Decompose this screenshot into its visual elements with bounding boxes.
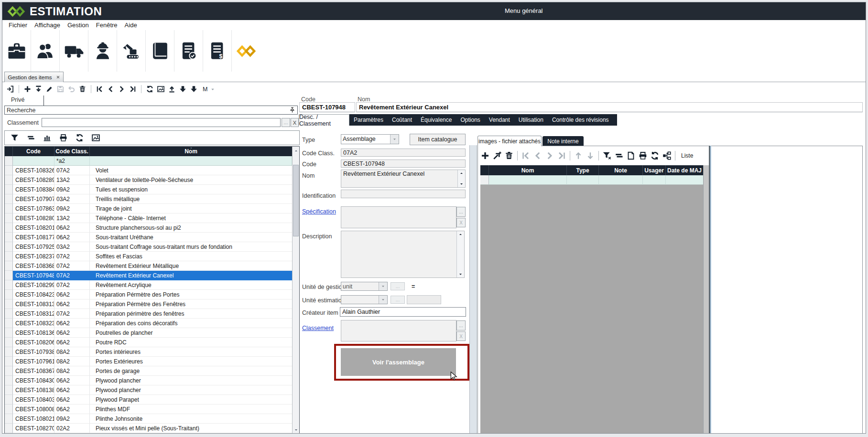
cell-code[interactable]: CBEST-108423 xyxy=(13,290,54,299)
tab-desc-classement[interactable]: Desc. / Classement xyxy=(299,114,349,126)
code-field[interactable]: CBEST-107948 xyxy=(341,160,466,168)
cell-code[interactable]: CBEST-107948 xyxy=(13,271,54,280)
cell-code[interactable]: CBEST-108177 xyxy=(13,233,54,242)
cell-nom[interactable]: Préparation Pérmètre des Fenêtres xyxy=(90,299,292,309)
refresh-icon[interactable] xyxy=(146,85,154,93)
tab-vendant[interactable]: Vendant xyxy=(485,117,514,123)
tab-equivalence[interactable]: Équivalence xyxy=(416,117,456,123)
classement-input[interactable] xyxy=(42,118,281,127)
scroll-up-icon[interactable] xyxy=(458,232,463,236)
header-code-class[interactable]: Code Class. xyxy=(54,147,90,156)
voir-assemblage-button[interactable]: Voir l'assemblage xyxy=(341,348,456,376)
print-icon[interactable] xyxy=(59,133,68,142)
module-soumission-button[interactable] xyxy=(174,30,203,72)
cell-nom[interactable]: Portes de garage xyxy=(90,366,292,376)
filter-icon[interactable] xyxy=(602,151,612,160)
lines-icon[interactable] xyxy=(26,133,35,142)
cell-code[interactable]: CBEST-108289 xyxy=(13,175,54,185)
cell-code-class[interactable]: 02A2 xyxy=(54,424,90,433)
save-icon[interactable] xyxy=(56,85,65,93)
chart-icon[interactable] xyxy=(43,133,52,142)
cell-code-class[interactable]: 13A2 xyxy=(54,213,90,223)
menu-fenetre[interactable]: Fenêtre xyxy=(95,21,119,29)
cell-nom[interactable]: Portes intérieures xyxy=(90,347,292,357)
cell-code[interactable]: CBEST-108430 xyxy=(13,376,54,385)
detail-nom-field[interactable]: Revêtement Extérieur Canexel xyxy=(356,102,863,112)
classement-browse-button[interactable]: ... xyxy=(282,118,290,127)
search-input[interactable]: Recherche xyxy=(4,106,298,115)
image-icon[interactable] xyxy=(157,85,165,93)
row-selector[interactable] xyxy=(5,395,13,405)
header-code[interactable]: Code xyxy=(13,147,54,156)
cell-code-class[interactable]: 06A2 xyxy=(54,405,90,414)
export-icon[interactable] xyxy=(168,85,176,93)
cell-code-class[interactable]: 07A2 xyxy=(54,271,90,280)
close-icon[interactable] xyxy=(56,75,60,79)
table-row[interactable]: CBEST-10823707A2Soffites et Fascias xyxy=(5,252,299,261)
panel-splitter[interactable] xyxy=(469,145,477,434)
module-catalogue-button[interactable] xyxy=(146,30,174,72)
dropdown-icon[interactable] xyxy=(379,282,387,290)
cell-code-class[interactable]: 06A2 xyxy=(54,223,90,233)
cell-nom[interactable]: Préparation périmètre des fenêtres xyxy=(90,309,292,319)
code-class-field[interactable]: 07A2 xyxy=(341,149,466,157)
createur-field[interactable]: Alain Gauthier xyxy=(340,307,466,317)
type-combobox[interactable]: Assemblage xyxy=(341,134,399,144)
undo-icon[interactable] xyxy=(67,85,76,93)
table-row[interactable]: CBEST-10793808A2Portes intérieures xyxy=(5,347,299,357)
row-selector[interactable] xyxy=(5,347,13,357)
cell-code-class[interactable]: 06A2 xyxy=(54,319,90,328)
edit-icon[interactable] xyxy=(45,85,54,93)
tab-images-fichier-attaches[interactable]: images - fichier attachés xyxy=(477,136,542,146)
module-ouvrier-button[interactable] xyxy=(88,30,117,72)
cell-nom[interactable]: Tirage de joint xyxy=(90,204,292,213)
items-filter-row[interactable]: *a2 xyxy=(5,156,299,166)
table-row[interactable]: CBEST-10792503A2Sous-traitant Coffrage s… xyxy=(5,242,299,252)
row-selector[interactable] xyxy=(5,414,13,424)
cell-code[interactable]: CBEST-108368 xyxy=(13,261,54,271)
cell-nom[interactable]: Préparation des coins décoratifs xyxy=(90,319,292,328)
cell-code-class[interactable]: 06A2 xyxy=(54,328,90,338)
table-row[interactable]: CBEST-10794807A2Revêtement Extérieur Can… xyxy=(5,271,299,280)
mode-label[interactable]: M xyxy=(203,86,207,93)
row-selector[interactable] xyxy=(5,185,13,194)
chevron-down-icon[interactable] xyxy=(210,87,215,92)
header-note[interactable]: Note xyxy=(599,165,643,175)
row-selector[interactable] xyxy=(5,338,13,347)
subtab-prive[interactable]: Privé xyxy=(11,96,24,103)
menu-gestion[interactable]: Gestion xyxy=(66,21,90,29)
previous-icon[interactable] xyxy=(107,85,115,93)
cell-code[interactable]: CBEST-108008 xyxy=(13,405,54,414)
table-row[interactable]: CBEST-10832607A2Volet xyxy=(5,166,299,175)
cell-code[interactable]: CBEST-108270 xyxy=(13,424,54,433)
cell-code[interactable]: CBEST-108237 xyxy=(13,252,54,261)
tab-coutant[interactable]: Coûtant xyxy=(388,117,416,123)
classement-browse-button[interactable]: ... xyxy=(456,320,466,330)
cell-nom[interactable]: Plywood Parapet xyxy=(90,395,292,405)
specification-clear-button[interactable]: X xyxy=(456,218,466,227)
cell-code[interactable]: CBEST-108326 xyxy=(13,166,54,175)
specification-link[interactable]: Spécification xyxy=(302,208,336,215)
row-selector[interactable] xyxy=(5,385,13,395)
table-row[interactable]: CBEST-10836708A2Portes de garage xyxy=(5,366,299,376)
cell-nom[interactable]: Pieux vissés et Mini pelle (Sous-Traitan… xyxy=(90,424,292,433)
cell-nom[interactable]: Structure planchersous-sol au pi2 xyxy=(90,223,292,233)
row-selector[interactable] xyxy=(5,204,13,213)
table-row[interactable]: CBEST-10800806A2Plinthes MDF xyxy=(5,405,299,414)
attachments-filter-row[interactable] xyxy=(480,175,703,185)
unite-estimation-combobox[interactable] xyxy=(341,295,388,304)
classement-field[interactable] xyxy=(341,320,456,341)
cell-nom[interactable]: Préparation Pérmètre des Portes xyxy=(90,290,292,299)
row-selector[interactable] xyxy=(5,213,13,223)
cell-code[interactable]: CBEST-108021 xyxy=(13,414,54,424)
row-selector[interactable] xyxy=(5,357,13,366)
row-selector[interactable] xyxy=(5,405,13,414)
scroll-down-icon[interactable] xyxy=(293,426,299,434)
cell-code-class[interactable]: 06A2 xyxy=(54,385,90,395)
scroll-down-icon[interactable] xyxy=(458,272,463,277)
last-icon[interactable] xyxy=(129,85,137,93)
cell-nom[interactable]: Soffites et Fascias xyxy=(90,252,292,261)
item-catalogue-button[interactable]: Item catalogue xyxy=(410,134,466,145)
scroll-up-icon[interactable] xyxy=(459,171,464,175)
row-selector[interactable] xyxy=(5,242,13,252)
